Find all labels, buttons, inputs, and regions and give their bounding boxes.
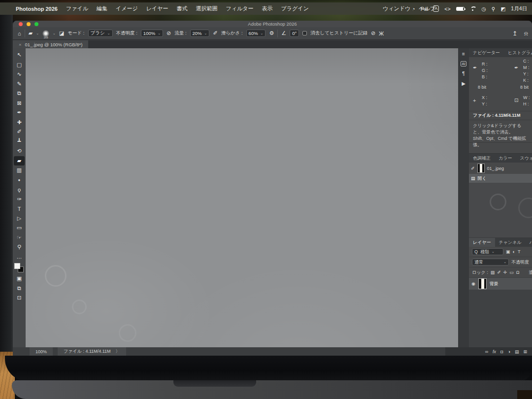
zoom-level-field[interactable]: 100% <box>30 347 53 356</box>
wifi-icon[interactable] <box>470 6 476 11</box>
gear-icon[interactable]: ⚙ <box>269 30 274 36</box>
tab-swatches[interactable]: スウォッチ <box>516 154 532 163</box>
file-info-field[interactable]: ファイル : 4.11M/4.11M 〉 <box>58 347 126 356</box>
paragraph-icon[interactable]: ¶ <box>462 71 465 76</box>
frame-tool[interactable]: ⊠ <box>14 99 25 108</box>
smoothing-dropdown[interactable]: 60%⌄ <box>246 30 266 37</box>
gradient-tool[interactable]: ▥ <box>14 166 25 175</box>
new-layer-icon[interactable]: ⊞ <box>523 349 527 354</box>
tab-color[interactable]: カラー <box>495 154 516 163</box>
tab-histogram[interactable]: ヒストグラム <box>504 48 532 57</box>
sync-icon[interactable]: ◔ <box>412 6 415 12</box>
screen-mode-button[interactable]: ⧉ <box>14 284 25 294</box>
blur-tool[interactable]: ● <box>14 175 25 185</box>
menu-edit[interactable]: 編集 <box>97 5 107 12</box>
effects-icon[interactable]: fx <box>493 349 496 354</box>
bell-icon[interactable]: ⍾ <box>524 30 528 37</box>
lock-all-icon[interactable]: Ω <box>516 270 520 275</box>
erase-history-checkbox[interactable] <box>302 31 307 35</box>
menu-file[interactable]: ファイル <box>66 5 88 12</box>
menu-plugins[interactable]: プラグイン <box>281 5 309 12</box>
marquee-tool[interactable]: ▢ <box>14 60 25 70</box>
tab-layers[interactable]: レイヤー <box>469 238 495 247</box>
flow-dropdown[interactable]: 20%⌄ <box>190 30 210 37</box>
mask-icon[interactable]: ◘ <box>500 349 503 354</box>
dodge-tool[interactable]: ϙ <box>14 185 25 195</box>
control-center-icon[interactable]: ◩ <box>500 6 505 12</box>
pen-tool[interactable]: ✑ <box>14 195 25 204</box>
brush-preview-icon[interactable]: 169 <box>42 30 49 37</box>
chevron-down-icon[interactable]: ⌄ <box>53 32 56 35</box>
lock-paint-icon[interactable]: ✐ <box>497 270 501 275</box>
shape-tool[interactable]: ▭ <box>14 223 25 233</box>
background-layer-row[interactable]: ◉ 背景 <box>469 278 532 290</box>
menu-type[interactable]: 書式 <box>177 5 188 12</box>
history-brush-tool[interactable]: ⟲ <box>14 146 25 156</box>
type-filter-icon[interactable]: T <box>518 249 521 254</box>
more-tools[interactable]: … <box>14 252 25 262</box>
menu-layer[interactable]: レイヤー <box>146 5 168 12</box>
lock-transparency-icon[interactable]: ▨ <box>491 270 495 275</box>
lock-artboard-icon[interactable]: ▭ <box>509 270 514 275</box>
airbrush-icon[interactable]: ✐ <box>213 30 217 36</box>
symmetry-icon[interactable]: Ж <box>379 31 384 36</box>
crop-tool[interactable]: ⧉ <box>14 89 25 99</box>
canvas-area[interactable] <box>13 48 532 347</box>
history-snapshot-row[interactable]: ✐ 01_.jpeg <box>469 163 532 174</box>
hand-tool[interactable]: ☞ <box>14 233 25 243</box>
adjustment-filter-icon[interactable]: ◐ <box>513 249 515 254</box>
adjustment-icon[interactable]: ◑ <box>508 349 510 354</box>
spotlight-icon[interactable]: ⚲ <box>492 6 496 12</box>
tab-adjustments[interactable]: 色調補正 <box>469 154 495 163</box>
spot-healing-tool[interactable]: ✚ <box>14 118 25 128</box>
menu-view[interactable]: 表示 <box>262 5 273 12</box>
tab-paths[interactable]: パス <box>526 238 532 247</box>
color-swatches[interactable] <box>14 263 25 274</box>
pixel-filter-icon[interactable]: ▣ <box>506 249 510 254</box>
document-tab[interactable]: × 01_.jpeg @ 100% (RGB/8*) <box>13 40 88 48</box>
move-tool[interactable]: ↖ <box>14 50 25 60</box>
quick-mask-button[interactable]: ▣ <box>14 274 25 284</box>
menu-filter[interactable]: フィルター <box>226 5 254 12</box>
mode-dropdown[interactable]: ブラシ⌄ <box>88 30 113 37</box>
pressure-opacity-icon[interactable]: ⊘ <box>166 30 171 36</box>
type-tool[interactable]: T <box>14 204 25 214</box>
eraser-tool[interactable]: ▰ <box>14 156 25 166</box>
brush-tool[interactable]: ✐ <box>14 127 25 137</box>
close-tab-icon[interactable]: × <box>19 42 22 47</box>
home-icon[interactable]: ⌂ <box>18 31 21 36</box>
ai-panel-icon[interactable]: AI <box>461 61 466 66</box>
window-title-bar[interactable]: Adobe Photoshop 2026 <box>13 21 532 27</box>
angle-input[interactable]: 0° <box>290 30 299 37</box>
chevron-down-icon[interactable]: ⌄ <box>36 32 39 35</box>
edit-toolbar-button[interactable]: ⊡ <box>14 293 25 303</box>
layer-filter-dropdown[interactable]: Q 種類 ⌄ <box>472 248 503 255</box>
layer-thumbnail[interactable] <box>478 278 487 289</box>
pressure-size-icon[interactable]: ⊘ <box>371 30 375 36</box>
link-icon[interactable]: ∞ <box>485 349 488 354</box>
lasso-tool[interactable]: ∿ <box>14 69 25 79</box>
input-source-icon[interactable]: A <box>433 5 439 12</box>
actions-icon[interactable]: ▶ <box>462 81 466 86</box>
visibility-eye-icon[interactable]: ◉ <box>471 281 475 286</box>
snapshot-thumbnail[interactable] <box>477 164 485 173</box>
code-icon[interactable]: <> <box>444 6 450 12</box>
group-icon[interactable]: ▤ <box>515 349 519 354</box>
menu-bar-date[interactable]: 1月4日 <box>511 5 527 12</box>
chevron-right-icon[interactable]: 〉 <box>116 348 120 355</box>
zoom-tool[interactable]: ⚲ <box>14 242 25 252</box>
lock-position-icon[interactable]: ✛ <box>503 270 507 275</box>
tab-navigator[interactable]: ナビゲーター <box>469 48 504 57</box>
opacity-dropdown[interactable]: 100%⌄ <box>141 30 163 37</box>
eyedropper-tool[interactable]: ✒ <box>14 108 25 118</box>
menu-app-name[interactable]: Photoshop 2026 <box>16 6 58 12</box>
path-selection-tool[interactable]: ▷ <box>14 214 25 224</box>
history-source-icon[interactable]: ✐ <box>471 166 475 171</box>
brush-settings-toggle-icon[interactable]: ◪ <box>59 30 64 36</box>
menu-window[interactable]: ウィンドウ <box>383 5 410 12</box>
menu-select[interactable]: 選択範囲 <box>196 5 218 12</box>
tab-channels[interactable]: チャンネル <box>495 238 526 247</box>
history-state-row[interactable]: ▤ 開く <box>469 174 532 183</box>
share-icon[interactable]: ↥ <box>512 30 517 37</box>
eraser-preset-icon[interactable]: ▰ <box>29 30 33 36</box>
